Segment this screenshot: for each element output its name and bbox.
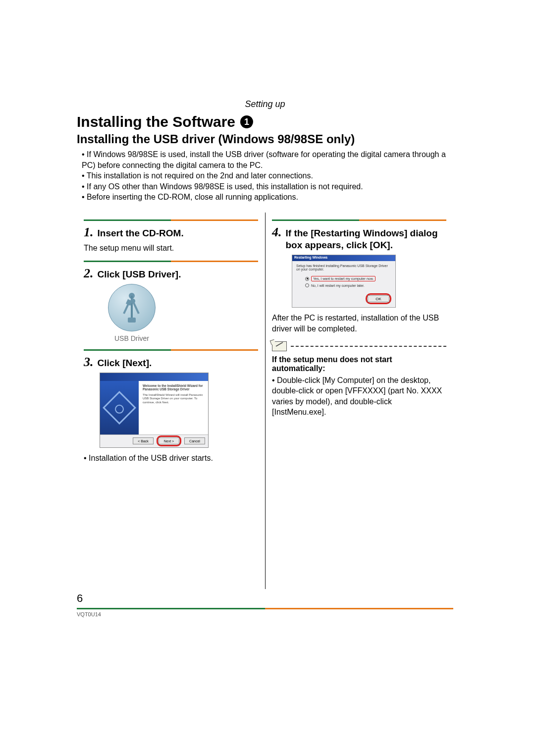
dialog-body: Setup has finished installing Panasonic … — [292, 261, 395, 291]
step-after-text: After the PC is restarted, installation … — [272, 313, 446, 334]
intro-item: If Windows 98/98SE is used, install the … — [82, 149, 453, 170]
ok-button-highlight: OK — [366, 293, 391, 304]
right-column: 4. If the [Restarting Windows] dialog bo… — [265, 213, 453, 463]
option-label: No, I will restart my computer later. — [311, 284, 365, 287]
step-number: 4. — [272, 225, 282, 240]
wizard-sidebar — [100, 381, 139, 434]
step-title: Click [Next]. — [98, 357, 152, 369]
ok-button: OK — [368, 295, 389, 302]
dialog-titlebar: Restarting Windows — [292, 255, 395, 261]
restarting-windows-dialog: Restarting Windows Setup has finished in… — [292, 255, 396, 308]
page-number: 6 — [77, 592, 453, 605]
radio-option-yes: Yes, I want to restart my computer now. — [305, 276, 391, 281]
page-title-row: Installing the Software 1 — [77, 113, 453, 130]
wizard-titlebar — [100, 373, 208, 381]
usb-trident-icon — [121, 293, 143, 323]
step-divider — [272, 219, 446, 221]
column-divider — [265, 213, 266, 589]
step-heading: 4. If the [Restarting Windows] dialog bo… — [272, 225, 446, 251]
document-code: VQT0U14 — [77, 611, 453, 617]
note-body: Double-click [My Computer] on the deskto… — [272, 375, 446, 418]
intro-item: This installation is not required on the… — [82, 170, 453, 181]
step-divider — [84, 261, 258, 262]
step-number: 1. — [84, 225, 94, 240]
next-button: Next > — [159, 437, 179, 444]
back-button: < Back — [133, 437, 154, 444]
dialog-message: Setup has finished installing Panasonic … — [296, 264, 391, 271]
step-title: Insert the CD-ROM. — [98, 227, 184, 239]
step-heading: 2. Click [USB Driver]. — [84, 266, 258, 281]
step-note: Installation of the USB driver starts. — [84, 453, 258, 464]
step-divider — [84, 349, 258, 351]
step-number: 3. — [84, 355, 94, 370]
option-highlight: Yes, I want to restart my computer now. — [311, 276, 375, 281]
wizard-footer: < Back Next > Cancel — [100, 434, 208, 447]
intro-item: Before inserting the CD-ROM, close all r… — [82, 192, 453, 203]
radio-icon — [305, 283, 309, 287]
left-column: 1. Insert the CD-ROM. The setup menu wil… — [77, 213, 265, 463]
page-title: Installing the Software — [77, 113, 235, 130]
page-footer: 6 VQT0U14 — [77, 592, 453, 617]
wizard-text: The InstallShield Wizard will install Pa… — [143, 393, 204, 404]
intro-item: If any OS other than Windows 98/98SE is … — [82, 181, 453, 192]
note-divider — [272, 341, 446, 351]
step-title: Click [USB Driver]. — [98, 269, 181, 280]
page-subtitle: Installing the USB driver (Windows 98/98… — [77, 132, 453, 146]
section-label: Setting up — [77, 99, 453, 109]
next-button-highlight: Next > — [157, 435, 181, 446]
step-number: 2. — [84, 266, 94, 281]
footer-rule — [77, 608, 453, 609]
wizard-heading: Welcome to the InstallShield Wizard for … — [143, 384, 204, 392]
wizard-logo-icon — [103, 391, 136, 425]
columns: 1. Insert the CD-ROM. The setup menu wil… — [77, 213, 453, 463]
wizard-content: Welcome to the InstallShield Wizard for … — [139, 381, 208, 434]
manual-page: Setting up Installing the Software 1 Ins… — [77, 99, 453, 463]
intro-bullets: If Windows 98/98SE is used, install the … — [77, 149, 453, 203]
radio-icon — [305, 277, 309, 281]
title-badge-icon: 1 — [240, 115, 253, 128]
usb-driver-icon: USB Driver — [100, 284, 164, 342]
step-heading: 3. Click [Next]. — [84, 355, 258, 370]
radio-option-no: No, I will restart my computer later. — [305, 283, 391, 287]
step-heading: 1. Insert the CD-ROM. — [84, 225, 258, 240]
note-title: If the setup menu does not start automat… — [272, 355, 446, 373]
installshield-wizard-screenshot: Welcome to the InstallShield Wizard for … — [100, 373, 209, 448]
usb-icon-label: USB Driver — [100, 334, 164, 342]
dialog-footer: OK — [292, 291, 395, 307]
usb-circle-icon — [108, 284, 156, 331]
step-body: The setup menu will start. — [84, 243, 258, 254]
cancel-button: Cancel — [184, 437, 205, 444]
step-title: If the [Restarting Windows] dialog box a… — [286, 227, 447, 251]
note-icon — [272, 341, 287, 351]
step-divider — [84, 219, 258, 221]
dash-line — [291, 346, 446, 347]
